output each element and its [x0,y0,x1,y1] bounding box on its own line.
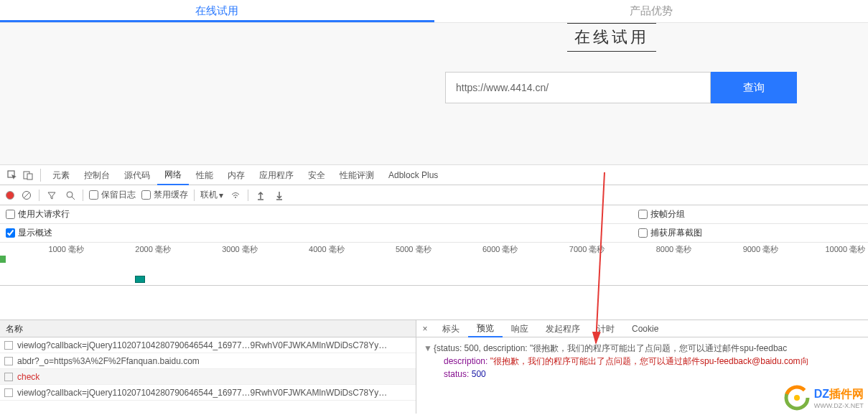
timeline-tick: 2000 毫秒 [87,244,174,256]
tab-cookies[interactable]: Cookie [623,321,667,337]
separator [194,190,195,201]
chevron-down-icon: ▾ [219,190,223,200]
tab-adblock[interactable]: Adblock Plus [381,166,445,185]
spacer [0,286,868,320]
device-toggle-icon[interactable] [20,167,36,183]
tab-online-trial[interactable]: 在线试用 [0,0,434,22]
svg-rect-2 [27,174,32,179]
network-toolbar: 保留日志 禁用缓存 联机▾ [0,185,868,205]
inspect-icon[interactable] [4,167,20,183]
svg-point-5 [67,192,73,197]
show-overview-label: 显示概述 [18,227,52,239]
requests-header[interactable]: 名称 [0,320,416,337]
json-key: description: [444,356,487,366]
preserve-log-label: 保留日志 [101,189,136,201]
group-by-frame-label: 按帧分组 [650,208,685,220]
tab-lighthouse[interactable]: 性能评测 [332,166,381,185]
file-icon [4,388,13,397]
separator [39,190,39,201]
page-top-tabs: 在线试用 产品优势 [0,0,868,23]
capture-screenshot-label: 捕获屏幕截图 [650,227,702,239]
json-summary-line[interactable]: ▼{status: 500, description: "很抱歉，我们的程序可能… [424,342,861,355]
filter-icon[interactable] [45,189,58,202]
json-summary-text: {status: 500, description: "很抱歉，我们的程序可能出… [434,343,787,353]
watermark-logo-icon [784,385,810,411]
timeline-marker [135,276,145,283]
options-row-1: 使用大请求行 按帧分组 [0,205,868,224]
watermark-text: DZ插件网 [814,387,864,402]
url-input[interactable] [445,72,711,103]
svg-point-7 [235,197,236,198]
page-heading: 在线试用 [567,23,656,52]
tab-performance[interactable]: 性能 [189,166,220,185]
capture-screenshot-checkbox[interactable]: 捕获屏幕截图 [638,227,702,239]
timeline-ticks: 1000 毫秒 2000 毫秒 3000 毫秒 4000 毫秒 5000 毫秒 … [0,243,868,256]
request-row[interactable]: abdr?_o=https%3A%2F%2Ffanquan.baidu.com [0,353,416,369]
timeline-body [0,256,868,284]
svg-line-6 [72,197,75,200]
options-row-2: 显示概述 捕获屏幕截图 [0,224,868,243]
separator [248,190,248,201]
tab-headers[interactable]: 标头 [434,321,468,337]
tab-product-advantage[interactable]: 产品优势 [434,0,869,22]
page-content: 在线试用 查询 [0,23,868,165]
search-row: 查询 [445,72,797,103]
tab-network[interactable]: 网络 [157,165,189,185]
group-by-frame-checkbox[interactable]: 按帧分组 [638,208,685,220]
tab-memory[interactable]: 内存 [220,166,252,185]
disable-cache-checkbox[interactable]: 禁用缓存 [141,189,188,201]
throttling-dropdown[interactable]: 联机▾ [200,189,223,201]
timeline-tick: 9000 毫秒 [694,244,781,256]
timeline-tick: 7000 毫秒 [521,244,607,256]
tab-elements[interactable]: 元素 [45,166,77,185]
json-string-value: "很抱歉，我们的程序可能出了点问题，您可以通过邮件spu-feedback@ba… [490,356,809,366]
search-icon[interactable] [64,189,77,202]
request-row[interactable]: viewlog?callback=jQuery11020710428079064… [0,385,416,401]
clear-icon[interactable] [20,189,33,202]
tab-preview[interactable]: 预览 [468,320,503,337]
tab-response[interactable]: 响应 [503,321,537,337]
preserve-log-checkbox[interactable]: 保留日志 [89,189,136,201]
file-icon [4,341,13,350]
timeline-tick: 1000 毫秒 [0,244,87,256]
divider [40,169,41,182]
wifi-icon[interactable] [229,189,242,202]
query-button[interactable]: 查询 [711,72,797,103]
timeline-tick: 8000 毫秒 [607,244,694,256]
large-rows-checkbox[interactable]: 使用大请求行 [6,208,70,220]
timeline-overview[interactable]: 1000 毫秒 2000 毫秒 3000 毫秒 4000 毫秒 5000 毫秒 … [0,243,868,286]
request-name: viewlog?callback=jQuery11020710428079064… [17,340,387,350]
preview-body: ▼{status: 500, description: "很抱歉，我们的程序可能… [416,337,868,385]
request-name: viewlog?callback=jQuery11020710428079064… [17,388,387,398]
tab-security[interactable]: 安全 [301,166,332,185]
json-description-line: description: "很抱歉，我们的程序可能出了点问题，您可以通过邮件sp… [424,355,861,368]
show-overview-checkbox[interactable]: 显示概述 [6,227,52,239]
tab-console[interactable]: 控制台 [77,166,117,185]
expand-triangle-icon[interactable]: ▼ [424,343,432,353]
large-rows-label: 使用大请求行 [18,208,70,220]
timeline-tick: 3000 毫秒 [174,244,261,256]
request-row[interactable]: check [0,369,416,385]
upload-icon[interactable] [254,189,267,202]
download-icon[interactable] [273,189,286,202]
request-name: check [17,372,39,382]
tab-application[interactable]: 应用程序 [252,166,301,185]
separator [83,190,83,201]
devtools-tabbar: 元素 控制台 源代码 网络 性能 内存 应用程序 安全 性能评测 Adblock… [0,165,868,185]
request-row[interactable]: viewlog?callback=jQuery11020710428079064… [0,337,416,353]
watermark-url: WWW.DZ-X.NET [814,402,864,409]
record-button[interactable] [6,191,14,200]
tab-timing[interactable]: 计时 [589,321,623,337]
file-icon [4,373,13,381]
close-icon[interactable]: × [416,324,434,334]
tab-initiator[interactable]: 发起程序 [537,321,589,337]
disable-cache-label: 禁用缓存 [154,189,188,201]
tab-sources[interactable]: 源代码 [117,166,157,185]
json-key: status: [444,369,469,379]
svg-line-4 [24,192,29,198]
timeline-marker [0,256,6,263]
watermark: DZ插件网 WWW.DZ-X.NET [784,385,864,411]
svg-point-13 [794,395,800,401]
timeline-tick: 5000 毫秒 [347,244,434,256]
json-status-line: status: 500 [424,368,861,381]
